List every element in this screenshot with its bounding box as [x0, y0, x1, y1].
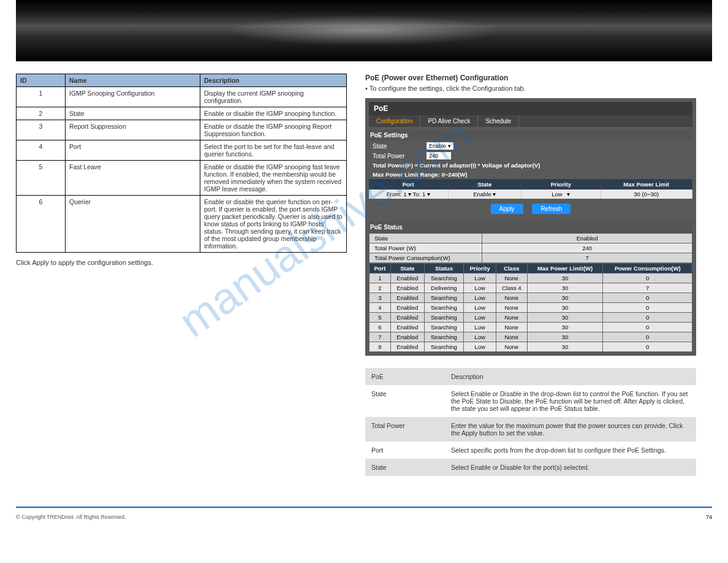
ps-cell: Low [464, 342, 496, 352]
cfg-desc: Display the current IGMP snooping config… [200, 87, 347, 107]
ps-cell: Enabled [390, 283, 424, 293]
cfg-id: 6 [17, 196, 66, 253]
tab-schedule[interactable]: Schedule [478, 115, 519, 127]
ps-cell: 0 [603, 293, 692, 303]
info-val: Select specific ports from the drop-down… [445, 442, 696, 459]
ps-col: Port [370, 264, 391, 274]
tab-pd-alive-check[interactable]: PD Alive Check [420, 115, 478, 127]
cfg-desc: Select the port to be set for the fast-l… [200, 140, 347, 161]
hdr-state: State [449, 179, 522, 190]
cfg-id: 1 [17, 87, 66, 107]
ps-cell: None [496, 342, 527, 352]
total-power-label: Total Power [373, 153, 422, 159]
info-key: Port [365, 442, 445, 459]
ps-col: Status [424, 264, 464, 274]
cfg-id: 4 [17, 140, 66, 161]
top-banner [16, 0, 712, 61]
ps-cell: Delivering [424, 283, 464, 293]
th-desc: Description [200, 74, 347, 87]
left-column: ID Name Description 1IGMP Snooping Confi… [16, 74, 347, 476]
ps-cell: Low [464, 303, 496, 313]
ps-cell: Low [464, 332, 496, 342]
tab-configuration[interactable]: Configuration [369, 115, 420, 127]
ps-cell: Enabled [390, 332, 424, 342]
ps-cell: None [496, 313, 527, 323]
ps-cell: Enabled [390, 303, 424, 313]
ps-cell: None [496, 303, 527, 313]
apply-note: Click Apply to apply the configuration s… [16, 259, 347, 266]
ps-cell: None [496, 323, 527, 332]
stat-val: 240 [482, 243, 692, 253]
to-label: To: [413, 191, 421, 197]
ps-cell: Searching [424, 274, 464, 283]
poe-title: PoE (Power over Ethernet) Configuration [365, 74, 696, 82]
panel-title: PoE [369, 102, 692, 115]
info-key: State [365, 385, 445, 417]
hdr-port: Port [369, 179, 449, 190]
ps-cell: 0 [603, 274, 692, 283]
info-hdr-2: Description [445, 368, 696, 385]
total-power-input[interactable]: 240 [427, 152, 451, 159]
ps-cell: 4 [370, 303, 391, 313]
poe-status-header: PoE Status [369, 221, 692, 233]
page-rule [16, 507, 712, 508]
ps-cell: Enabled [390, 342, 424, 352]
port-header-row: Port State Priority Max Power Limit [369, 179, 692, 190]
poe-info-table: PoE Description StateSelect Enable or Di… [365, 368, 696, 476]
refresh-button[interactable]: Refresh [532, 204, 571, 214]
from-select[interactable]: 1 ▾ [403, 191, 411, 197]
hdr-priority: Priority [521, 179, 601, 190]
ps-cell: 0 [603, 313, 692, 323]
cfg-id: 5 [17, 161, 66, 196]
ps-cell: Searching [424, 293, 464, 303]
cfg-id: 2 [17, 107, 66, 120]
state-select[interactable]: Enable ▾ [427, 142, 453, 150]
ps-cell: Searching [424, 313, 464, 323]
right-column: PoE (Power over Ethernet) Configuration … [365, 74, 696, 476]
cfg-name: Report Suppression [66, 120, 200, 140]
ps-col: Max Power Limit(W) [527, 264, 603, 274]
ps-cell: 0 [603, 332, 692, 342]
ps-cell: 30 [527, 274, 603, 283]
port-state-select[interactable]: Enable ▾ [473, 191, 496, 197]
poe-desc: • To configure the settings, click the C… [365, 85, 696, 92]
ps-cell: 8 [370, 342, 391, 352]
ps-cell: 30 [527, 283, 603, 293]
from-label: From: [387, 191, 402, 197]
info-val: Select Enable or Disable in the drop-dow… [445, 385, 696, 417]
ps-cell: 7 [603, 283, 692, 293]
ps-cell: Enabled [390, 293, 424, 303]
max-power-input[interactable]: 30 [634, 191, 640, 197]
ps-cell: 1 [370, 274, 391, 283]
ps-cell: Class 4 [496, 283, 527, 293]
cfg-name: Fast Leave [66, 161, 200, 196]
ps-cell: 5 [370, 313, 391, 323]
ps-col: State [390, 264, 424, 274]
ps-cell: None [496, 332, 527, 342]
stat-key: State [370, 234, 482, 243]
info-val: Enter the value for the maximum power th… [445, 417, 696, 442]
formula-2: Max Power Limit Range: 0~240(W) [369, 170, 692, 179]
ps-cell: 2 [370, 283, 391, 293]
ps-cell: 30 [527, 323, 603, 332]
ps-cell: Searching [424, 323, 464, 332]
ps-cell: 0 [603, 342, 692, 352]
ps-cell: Enabled [390, 323, 424, 332]
to-select[interactable]: 1 ▾ [422, 191, 430, 197]
ps-cell: Low [464, 274, 496, 283]
stat-key: Total Power (W) [370, 243, 482, 253]
poe-settings-header: PoE Settings [369, 129, 692, 141]
ps-cell: Low [464, 313, 496, 323]
info-key: State [365, 459, 445, 476]
ps-cell: None [496, 293, 527, 303]
apply-button[interactable]: Apply [491, 204, 523, 214]
ps-cell: Low [464, 293, 496, 303]
ps-cell: Searching [424, 332, 464, 342]
ps-col: Priority [464, 264, 496, 274]
ps-col: Power Consumption(W) [603, 264, 692, 274]
cfg-desc: Enable or disable the IGMP snooping func… [200, 107, 347, 120]
info-val: Select Enable or Disable for the port(s)… [445, 459, 696, 476]
port-status-table: PortStateStatusPriorityClassMax Power Li… [369, 263, 692, 352]
priority-select[interactable]: Low ▾ [552, 191, 570, 197]
ps-cell: Searching [424, 303, 464, 313]
